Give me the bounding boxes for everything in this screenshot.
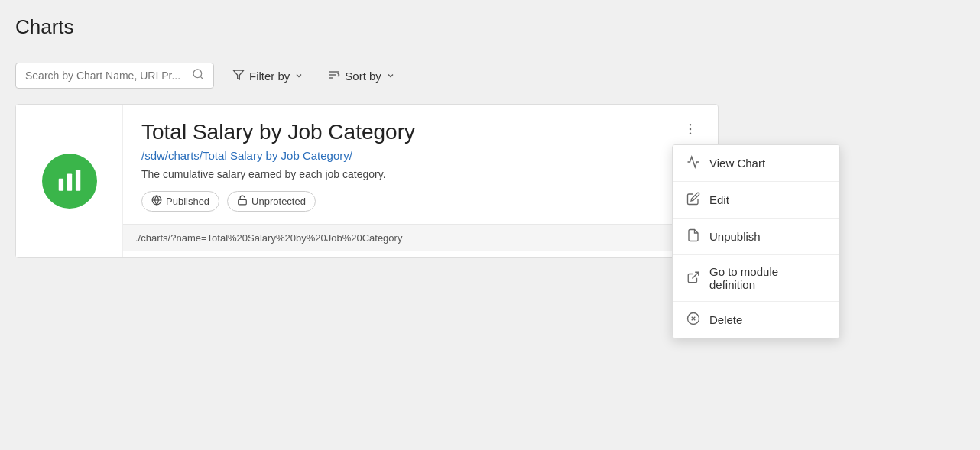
sort-label: Sort by <box>345 70 381 83</box>
chart-title: Total Salary by Job Category <box>141 120 687 144</box>
edit-icon <box>686 192 700 208</box>
unprotected-badge[interactable]: Unprotected <box>227 191 316 212</box>
chart-card: Total Salary by Job Category /sdw/charts… <box>15 104 719 258</box>
chart-url-bar: ./charts/?name=Total%20Salary%20by%20Job… <box>123 224 706 251</box>
sort-button[interactable]: Sort by <box>322 64 401 88</box>
published-label: Published <box>166 196 209 207</box>
filter-icon <box>232 69 245 83</box>
menu-view-chart[interactable]: View Chart <box>673 145 839 181</box>
menu-unpublish-label: Unpublish <box>709 230 761 243</box>
globe-icon <box>151 195 162 208</box>
svg-rect-7 <box>67 174 71 191</box>
svg-point-13 <box>690 128 692 131</box>
filter-button[interactable]: Filter by <box>226 64 310 88</box>
menu-delete-label: Delete <box>709 313 742 326</box>
page-container: Charts Filter by <box>0 0 980 274</box>
chart-content: Total Salary by Job Category /sdw/charts… <box>123 105 718 257</box>
svg-line-1 <box>200 76 203 79</box>
svg-rect-8 <box>75 170 80 191</box>
svg-point-0 <box>193 70 202 78</box>
svg-rect-6 <box>58 179 63 191</box>
filter-label: Filter by <box>249 70 290 83</box>
menu-edit-label: Edit <box>709 193 729 206</box>
unlock-icon <box>237 195 248 208</box>
menu-module-definition[interactable]: Go to module definition <box>673 255 839 301</box>
filter-chevron-icon <box>294 70 303 83</box>
bar-chart-icon <box>55 167 84 196</box>
context-menu: View Chart Edit <box>672 144 840 338</box>
menu-edit[interactable]: Edit <box>673 182 839 218</box>
search-box[interactable] <box>15 63 214 89</box>
chart-icon-area <box>16 105 123 257</box>
view-chart-icon <box>686 155 700 171</box>
chart-badges: Published Unprotected <box>141 191 687 212</box>
chart-uri: /sdw/charts/Total Salary by Job Category… <box>141 149 687 162</box>
svg-point-12 <box>690 124 692 126</box>
unpublish-icon <box>686 228 700 244</box>
svg-point-14 <box>690 133 692 135</box>
sort-icon <box>328 69 340 83</box>
search-input[interactable] <box>25 70 186 82</box>
page-title: Charts <box>15 15 965 39</box>
external-link-icon <box>686 270 700 287</box>
menu-delete[interactable]: Delete <box>673 302 839 338</box>
three-dots-button[interactable] <box>677 118 704 143</box>
menu-view-chart-label: View Chart <box>709 157 765 170</box>
svg-rect-11 <box>239 199 247 204</box>
chart-icon-circle <box>42 154 97 209</box>
delete-icon <box>686 312 700 328</box>
toolbar: Filter by Sort by <box>15 63 965 89</box>
svg-line-15 <box>693 272 699 278</box>
published-badge[interactable]: Published <box>141 191 219 212</box>
chart-description: The cumulative salary earned by each job… <box>141 168 687 180</box>
search-icon <box>192 68 204 83</box>
unprotected-label: Unprotected <box>251 196 306 207</box>
menu-module-definition-label: Go to module definition <box>709 265 826 291</box>
menu-unpublish[interactable]: Unpublish <box>673 219 839 254</box>
title-divider <box>15 50 965 50</box>
svg-marker-2 <box>233 70 243 79</box>
sort-chevron-icon <box>386 70 395 83</box>
